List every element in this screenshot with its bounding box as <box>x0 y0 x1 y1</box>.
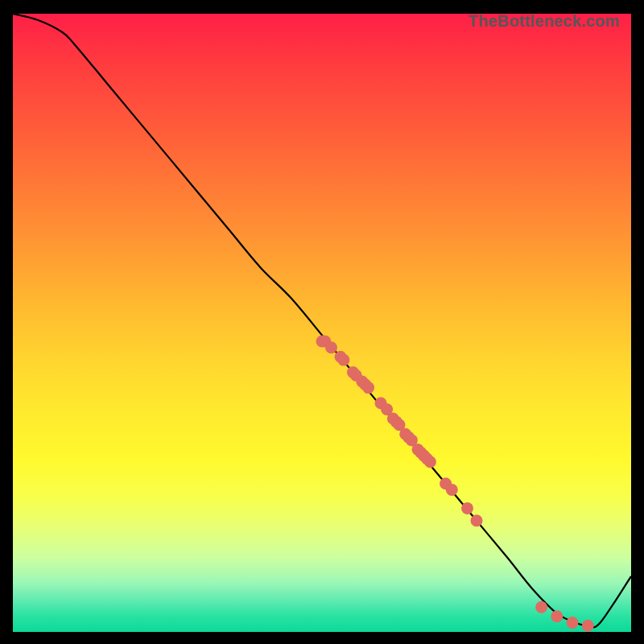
data-point <box>567 617 579 629</box>
data-point <box>582 620 594 632</box>
data-point <box>362 382 374 394</box>
chart-plot-area: TheBottleneck.com <box>13 14 631 632</box>
data-point <box>325 341 337 353</box>
data-point <box>551 610 563 622</box>
data-points <box>316 336 594 632</box>
chart-svg <box>13 14 631 632</box>
data-point <box>471 514 483 526</box>
data-point <box>535 601 547 613</box>
data-point <box>461 502 473 514</box>
bottleneck-curve <box>13 14 631 627</box>
data-point <box>446 484 458 496</box>
chart-frame: TheBottleneck.com <box>13 14 631 632</box>
data-point <box>337 354 349 366</box>
data-point <box>424 456 436 468</box>
watermark-label: TheBottleneck.com <box>469 12 620 31</box>
